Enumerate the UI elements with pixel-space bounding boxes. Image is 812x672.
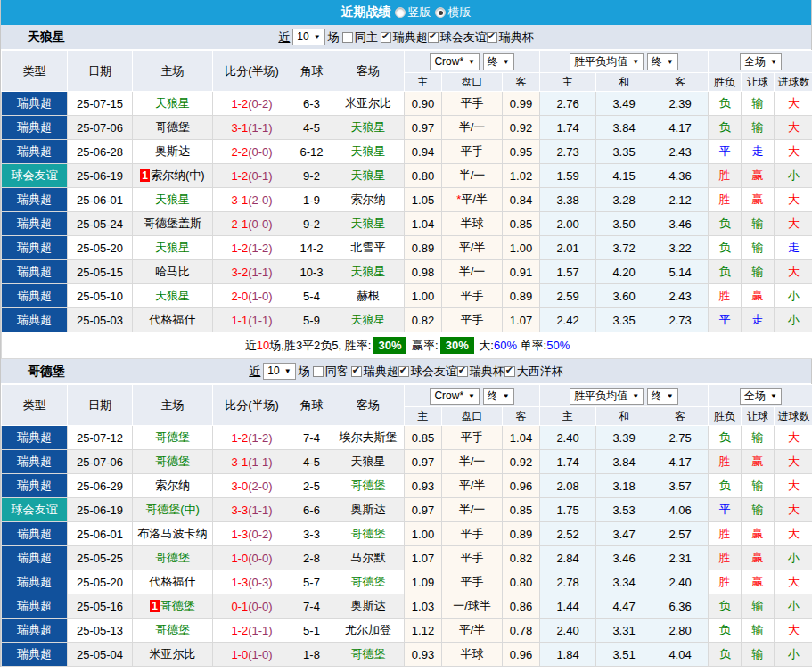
away-team-cell[interactable]: 天狼星 — [332, 164, 405, 188]
league-filter-checkbox[interactable]: 球会友谊 — [398, 364, 457, 380]
away-team-cell[interactable]: 奥斯达 — [332, 498, 405, 522]
avg-odds-select[interactable]: 胜平负均值▼ — [570, 53, 644, 70]
league-cell[interactable]: 瑞典超 — [2, 284, 68, 308]
avg-home-cell: 2.40 — [540, 426, 596, 450]
home-team-cell[interactable]: 1哥德堡 — [133, 594, 213, 619]
away-team-cell[interactable]: 马尔默 — [332, 546, 405, 570]
league-cell[interactable]: 球会友谊 — [2, 498, 68, 522]
away-team-cell[interactable]: 天狼星 — [332, 116, 405, 140]
league-cell[interactable]: 瑞典超 — [2, 522, 68, 546]
handicap-result-cell: 输 — [742, 212, 775, 236]
away-team-cell[interactable]: 米亚尔比 — [332, 92, 405, 116]
home-team-cell[interactable]: 索尔纳 — [133, 474, 213, 498]
team1-filter-row: 天狼星 近 10▼ 场 同主 瑞典超球会友谊瑞典杯 — [1, 25, 811, 50]
league-cell[interactable]: 瑞典超 — [2, 188, 68, 212]
odds-company-select[interactable]: Crow*▼ — [430, 388, 480, 405]
home-team-cell[interactable]: 哥德堡盖斯 — [133, 212, 213, 236]
league-cell[interactable]: 瑞典超 — [2, 212, 68, 236]
layout-horizontal-option[interactable]: 横版 — [435, 4, 472, 20]
layout-vertical-option[interactable]: 竖版 — [395, 4, 431, 20]
home-team-cell[interactable]: 代格福什 — [133, 570, 213, 594]
league-cell[interactable]: 瑞典超 — [2, 570, 68, 594]
away-team-cell[interactable]: 哥德堡 — [332, 474, 405, 498]
away-team-cell[interactable]: 天狼星 — [332, 212, 405, 236]
league-cell[interactable]: 瑞典超 — [2, 474, 68, 498]
league-filter-checkbox[interactable]: 大西洋杯 — [504, 364, 563, 380]
league-cell[interactable]: 瑞典超 — [2, 260, 68, 284]
league-cell[interactable]: 瑞典超 — [2, 236, 68, 260]
league-cell[interactable]: 瑞典超 — [2, 450, 68, 474]
league-filter-checkbox[interactable]: 瑞典杯 — [457, 364, 504, 380]
away-odds-cell: 1.02 — [503, 164, 540, 188]
away-team-cell[interactable]: 天狼星 — [332, 308, 405, 332]
league-cell[interactable]: 瑞典超 — [2, 426, 68, 450]
league-cell[interactable]: 瑞典超 — [2, 308, 68, 332]
home-team-cell[interactable]: 代格福什 — [133, 308, 213, 332]
league-cell[interactable]: 瑞典超 — [2, 116, 68, 140]
away-odds-cell: 1.04 — [503, 426, 540, 450]
home-team-cell[interactable]: 天狼星 — [133, 188, 213, 212]
home-team-cell[interactable]: 米亚尔比 — [133, 643, 213, 667]
home-team-cell[interactable]: 哥德堡(中) — [133, 498, 213, 522]
halftime-score: (2-0) — [248, 479, 272, 493]
home-team-cell[interactable]: 哥德堡 — [133, 450, 213, 474]
away-team-cell[interactable]: 北雪平 — [332, 236, 405, 260]
avg-draw-cell: 3.28 — [596, 188, 652, 212]
match-count-select[interactable]: 10▼ — [292, 29, 324, 45]
away-team-cell[interactable]: 哥德堡 — [332, 643, 405, 667]
halftime-score: (0-1) — [248, 169, 272, 183]
corner-cell: 14-2 — [291, 236, 332, 260]
league-filter-checkbox[interactable]: 球会友谊 — [428, 29, 487, 45]
avg-stage-select[interactable]: 终▼ — [647, 388, 678, 405]
home-team-cell[interactable]: 哈马比 — [133, 260, 213, 284]
same-venue-checkbox[interactable]: 同主 — [342, 29, 378, 45]
away-team-cell[interactable]: 奥斯达 — [332, 594, 405, 619]
league-cell[interactable]: 瑞典超 — [2, 643, 68, 667]
avg-stage-select[interactable]: 终▼ — [647, 53, 678, 70]
home-team-cell[interactable]: 哥德堡 — [133, 426, 213, 450]
league-cell[interactable]: 瑞典超 — [2, 619, 68, 643]
fullmatch-select[interactable]: 全场▼ — [740, 53, 782, 70]
league-filter-checkbox[interactable]: 瑞典杯 — [487, 29, 534, 45]
league-filter-checkbox[interactable]: 瑞典超 — [381, 29, 428, 45]
outcome-cell: 胜 — [709, 188, 742, 212]
home-team-cell[interactable]: 1索尔纳(中) — [133, 164, 213, 188]
odds-stage-select[interactable]: 终▼ — [483, 53, 514, 70]
league-cell[interactable]: 瑞典超 — [2, 92, 68, 116]
away-team-cell[interactable]: 天狼星 — [332, 260, 405, 284]
odds-company-select[interactable]: Crow*▼ — [430, 53, 480, 70]
avg-odds-select[interactable]: 胜平负均值▼ — [570, 388, 644, 405]
odds-stage-select[interactable]: 终▼ — [483, 388, 514, 405]
away-team-cell[interactable]: 赫根 — [332, 284, 405, 308]
league-cell[interactable]: 球会友谊 — [2, 164, 68, 188]
away-team-cell[interactable]: 哥德堡 — [332, 570, 405, 594]
league-cell[interactable]: 瑞典超 — [2, 546, 68, 570]
handicap-cell: 半/一 — [442, 498, 503, 522]
home-team-cell[interactable]: 天狼星 — [133, 92, 213, 116]
home-team-cell[interactable]: 哥德堡 — [133, 619, 213, 643]
away-team-cell[interactable]: 埃尔夫斯堡 — [332, 426, 405, 450]
subcol-avg-home: 主 — [540, 407, 596, 426]
outcome-cell: 负 — [709, 594, 742, 619]
away-team-cell[interactable]: 天狼星 — [332, 450, 405, 474]
away-team-cell[interactable]: 天狼星 — [332, 140, 405, 164]
league-cell[interactable]: 瑞典超 — [2, 594, 68, 619]
home-odds-cell: 0.85 — [405, 426, 442, 450]
home-team-cell[interactable]: 布洛马波卡纳 — [133, 522, 213, 546]
home-team-cell[interactable]: 哥德堡 — [133, 116, 213, 140]
horizontal-radio-icon[interactable] — [435, 7, 446, 18]
league-filter-checkbox[interactable]: 瑞典超 — [351, 364, 398, 380]
vertical-radio-icon[interactable] — [395, 7, 406, 18]
fullmatch-select[interactable]: 全场▼ — [740, 388, 782, 405]
match-count-select[interactable]: 10▼ — [263, 363, 295, 380]
league-cell[interactable]: 瑞典超 — [2, 140, 68, 164]
subcol-goals-result: 进球数 — [775, 407, 812, 426]
home-team-cell[interactable]: 天狼星 — [133, 236, 213, 260]
home-team-cell[interactable]: 奥斯达 — [133, 140, 213, 164]
home-team-cell[interactable]: 哥德堡 — [133, 546, 213, 570]
home-team-cell[interactable]: 天狼星 — [133, 284, 213, 308]
same-venue-checkbox[interactable]: 同客 — [313, 364, 349, 380]
away-team-cell[interactable]: 索尔纳 — [332, 188, 405, 212]
away-team-cell[interactable]: 尤尔加登 — [332, 619, 405, 643]
away-team-cell[interactable]: 哥德堡 — [332, 522, 405, 546]
